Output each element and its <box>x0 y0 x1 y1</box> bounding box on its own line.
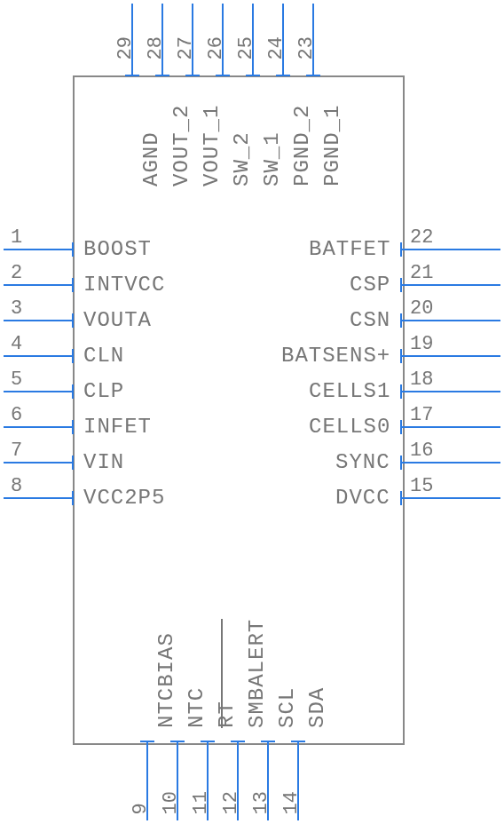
pin-tick-right-15 <box>400 491 402 505</box>
pin-label-right-17: CELLS0 <box>309 415 390 439</box>
pin-label-bottom-14: SDA <box>305 687 329 728</box>
pin-number-left-4: 4 <box>11 333 22 355</box>
pin-label-right-22: BATFET <box>309 237 390 261</box>
pin-number-right-15: 15 <box>410 475 433 497</box>
pin-tick-bottom-9 <box>140 741 154 742</box>
pin-label-left-2: INTVCC <box>83 273 165 297</box>
pin-tick-bottom-13 <box>261 741 275 742</box>
pin-label-top-24: PGND_2 <box>290 105 314 186</box>
pin-label-bottom-10: NTC <box>185 687 209 728</box>
pin-tick-top-24 <box>276 75 290 76</box>
pin-number-right-16: 16 <box>410 440 433 462</box>
pin-tick-right-16 <box>400 456 402 470</box>
pin-tick-right-18 <box>400 384 402 399</box>
pin-label-left-1: BOOST <box>83 237 152 261</box>
pin-label-top-28: VOUT_2 <box>169 105 193 186</box>
pin-number-right-19: 19 <box>410 333 433 355</box>
pin-tick-bottom-12 <box>231 741 245 742</box>
pin-label-right-21: CSP <box>350 273 390 297</box>
pin-lead-right-16 <box>401 462 500 464</box>
pin-number-bottom-9: 9 <box>130 788 152 815</box>
pin-label-right-19: BATSENS+ <box>281 344 390 368</box>
pin-number-left-3: 3 <box>11 297 22 320</box>
pin-label-left-4: CLN <box>83 344 124 368</box>
pin-tick-top-26 <box>216 75 230 76</box>
pin-lead-left-5 <box>4 391 73 392</box>
pin-lead-left-1 <box>4 249 73 250</box>
pin-lead-left-2 <box>4 284 73 286</box>
pin-number-left-1: 1 <box>11 226 22 249</box>
pin-number-left-8: 8 <box>11 475 22 497</box>
pin-lead-right-19 <box>401 355 500 357</box>
pin-label-top-25: SW_1 <box>260 131 284 186</box>
pin-label-top-26: SW_2 <box>230 131 254 186</box>
pin-tick-bottom-14 <box>291 741 305 742</box>
pin-tick-left-8 <box>72 491 74 505</box>
pin-tick-left-2 <box>72 278 74 292</box>
pin-tick-right-17 <box>400 420 402 434</box>
pin-tick-left-5 <box>72 384 74 399</box>
pin-lead-left-3 <box>4 320 73 321</box>
pin-label-left-3: VOUTA <box>83 308 152 332</box>
pin-number-bottom-13: 13 <box>250 788 272 815</box>
pin-label-left-6: INFET <box>83 415 152 439</box>
pin-tick-right-21 <box>400 278 402 292</box>
pin-label-bottom-12: SMBALERT <box>245 619 269 728</box>
pin-number-bottom-10: 10 <box>160 788 182 815</box>
pin-lead-right-15 <box>401 497 500 499</box>
pin-tick-bottom-11 <box>201 741 215 742</box>
pin-lead-right-22 <box>401 249 500 250</box>
pin-tick-left-3 <box>72 313 74 328</box>
pin-number-top-26: 26 <box>205 34 227 60</box>
pin-label-top-23: PGND_1 <box>320 105 344 186</box>
pin-tick-left-6 <box>72 420 74 434</box>
pin-label-bottom-11: RT <box>215 701 239 728</box>
pin-label-bottom-13: SCL <box>275 687 299 728</box>
pin-label-top-27: VOUT_1 <box>200 105 224 186</box>
pin-label-left-5: CLP <box>83 379 124 403</box>
pin-label-top-29: AGND <box>139 131 163 186</box>
pin-number-right-17: 17 <box>410 404 433 426</box>
pin-tick-right-22 <box>400 242 402 257</box>
pin-number-left-5: 5 <box>11 368 22 391</box>
pin-number-left-7: 7 <box>11 440 22 462</box>
pin-tick-right-20 <box>400 313 402 328</box>
pin-number-right-21: 21 <box>410 262 433 284</box>
pin-lead-left-4 <box>4 355 73 357</box>
pin-tick-top-23 <box>306 75 320 76</box>
pin-number-right-20: 20 <box>410 297 433 320</box>
pin-number-top-25: 25 <box>235 34 257 60</box>
pin-tick-top-25 <box>246 75 260 76</box>
pin-tick-left-1 <box>72 242 74 257</box>
pin-tick-top-28 <box>155 75 169 76</box>
pin-lead-right-21 <box>401 284 500 286</box>
pin-number-bottom-11: 11 <box>190 788 212 815</box>
pin-number-right-18: 18 <box>410 368 433 391</box>
pin-label-right-20: CSN <box>350 308 390 332</box>
pin-tick-top-29 <box>125 75 139 76</box>
pin-number-top-24: 24 <box>265 34 287 60</box>
pin-label-left-7: VIN <box>83 450 124 474</box>
pin-lead-right-17 <box>401 426 500 428</box>
overline-12 <box>221 619 223 728</box>
pin-tick-bottom-10 <box>170 741 185 742</box>
pin-number-right-22: 22 <box>410 226 433 249</box>
pin-number-left-2: 2 <box>11 262 22 284</box>
pin-lead-left-6 <box>4 426 73 428</box>
pin-label-right-16: SYNC <box>335 450 390 474</box>
pin-number-top-28: 28 <box>145 34 167 60</box>
pin-tick-right-19 <box>400 349 402 363</box>
pin-label-right-15: DVCC <box>335 486 390 510</box>
pin-tick-top-27 <box>185 75 200 76</box>
pin-number-top-27: 27 <box>175 34 197 60</box>
pin-lead-right-18 <box>401 391 500 392</box>
pin-label-right-18: CELLS1 <box>309 379 390 403</box>
pin-number-top-29: 29 <box>114 34 137 60</box>
pin-number-bottom-14: 14 <box>280 788 303 815</box>
pin-lead-left-7 <box>4 462 73 464</box>
pin-tick-left-4 <box>72 349 74 363</box>
pin-number-left-6: 6 <box>11 404 22 426</box>
pin-lead-left-8 <box>4 497 73 499</box>
pin-number-top-23: 23 <box>295 34 318 60</box>
pin-number-bottom-12: 12 <box>220 788 242 815</box>
